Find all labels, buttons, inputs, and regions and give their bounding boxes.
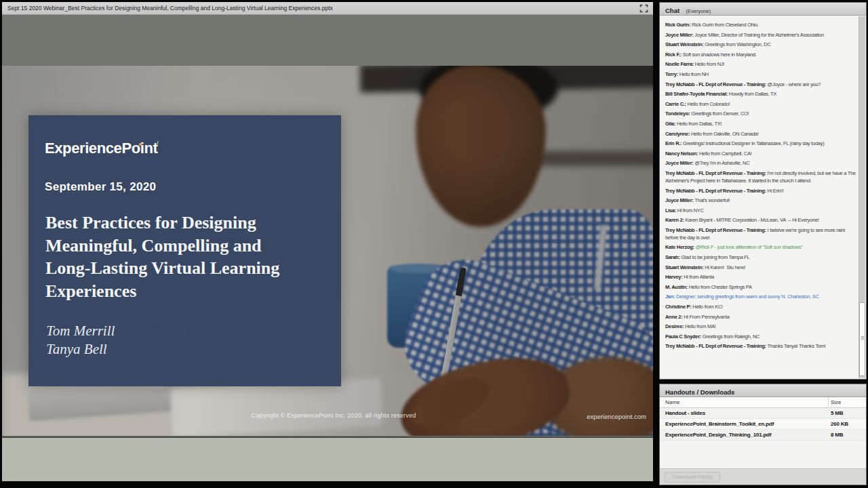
chat-message: Paula C Snyder: Greetings from Raleigh, … (665, 333, 856, 340)
chat-message-sender: Nancy Nelson: (665, 150, 699, 157)
chat-message-sender: Kate Herzog: (665, 244, 695, 250)
chat-message: Joyce Miller: @Trey I'm in Asheville, NC (665, 159, 856, 167)
chat-message-sender: Jan: (665, 293, 676, 300)
chat-message: Kate Herzog: @Rick F - just love alliter… (665, 243, 856, 251)
chat-message: Erin R.: Greetings! Instructional Design… (665, 140, 856, 147)
chat-message-text: Greetings from Denver, CO! (691, 110, 749, 117)
chat-message-sender: Carrie C.: (665, 101, 688, 107)
chat-message-sender: Karen 2: (665, 217, 685, 223)
chat-message: Rick F.: Soft sun shadows here in Maryla… (665, 51, 856, 58)
slide-panel: ExperiencePoint September 15, 2020 Best … (28, 115, 341, 386)
download-files-button[interactable]: Download File(s) (665, 472, 720, 483)
chat-message: Trey McNabb - FL Dept of Revenue - Train… (665, 342, 856, 350)
handout-file-size: 5 MB (831, 408, 843, 419)
chat-message-text: Greetings from Raleigh, NC (703, 333, 760, 340)
chat-message: Anne 2: Hi From Pennsylvania (665, 313, 856, 321)
logo-text: ExperiencePoint (45, 140, 157, 157)
chat-message: Christine P: Hello from KC! (665, 303, 856, 310)
chat-message-text: Greetings from Washington, DC (705, 41, 770, 47)
chat-message-text: Hello from Colorado! (688, 101, 730, 107)
chat-message: Lisa: Hi from NYC (665, 207, 856, 214)
handouts-panel: Handouts / Downloads Name Size Handout -… (659, 384, 867, 485)
chat-message-sender: Trey McNabb - FL Dept of Revenue - Train… (665, 188, 768, 194)
chat-message-text: Hello from Chester Springs PA (689, 284, 752, 290)
chat-message-sender: Carolynne: (665, 131, 691, 137)
chat-message: Trey McNabb - FL Dept of Revenue - Train… (665, 187, 856, 195)
chat-message: Joyce Miller: Joyce Miller, Director of … (665, 31, 856, 39)
chat-message: Karen 2: Karen Bryant - MITRE Corporatio… (665, 216, 856, 224)
chat-message-sender: Trey McNabb - FL Dept of Revenue - Train… (665, 81, 768, 87)
window-title: Sept 15 2020 Webinar_Best Practices for … (7, 5, 333, 12)
chat-message-text: Howdy from Dallas, TX (729, 91, 776, 97)
chat-message: Joyce Miller: That's wonderful! (665, 197, 856, 204)
chat-message-sender: Trey McNabb - FL Dept of Revenue - Train… (665, 343, 768, 349)
slide-title: Best Practices for Designing Meaningful,… (45, 211, 279, 302)
handout-file-row[interactable]: Handout - slides5 MB (660, 408, 866, 419)
chat-scope: (Everyone) (686, 8, 711, 14)
chat-message-text: Hi Erin!! (768, 188, 784, 194)
chat-message: Trey McNabb - FL Dept of Revenue - Train… (665, 169, 856, 184)
chat-message: Terry: Hello from NH (665, 70, 856, 78)
chat-message-sender: Joyce Miller: (665, 160, 694, 166)
chat-scrollbar-thumb[interactable] (859, 302, 865, 376)
chat-message: Stuart Weinstein: Greetings from Washing… (665, 41, 856, 48)
chat-message-sender: Trey McNabb - FL Dept of Revenue - Train… (665, 170, 768, 176)
chat-message-sender: Sarah: (665, 254, 681, 260)
column-divider (828, 397, 829, 407)
chat-message: Trey McNabb - FL Dept of Revenue - Train… (665, 81, 856, 88)
chat-message-text: Hello from MA! (685, 323, 715, 329)
presentation-margin-top (2, 15, 653, 66)
chat-message-sender: Stuart Weinstein: (665, 264, 705, 270)
slide-copyright: Copyright © ExperiencePoint Inc. 2020, a… (242, 412, 425, 419)
chat-message: Bill Shafer-Toyota Financial: Howdy from… (665, 90, 856, 98)
column-name: Name (660, 399, 679, 405)
chat-message: Tondeleyo: Greetings from Denver, CO! (665, 110, 856, 117)
presentation-margin-bottom (2, 436, 653, 481)
handouts-header: Handouts / Downloads (660, 384, 866, 397)
handout-file-size: 8 MB (831, 430, 843, 441)
chat-scrollbar[interactable] (859, 16, 865, 378)
chat-message-sender: Christine P: (665, 304, 692, 310)
logo-dot-icon (139, 143, 142, 146)
chat-panel: Chat (Everyone) Rick Gurin: RIck Gurin f… (659, 2, 867, 380)
slide-presenters: Tom Merrill Tanya Bell (46, 322, 115, 358)
handout-file-row[interactable]: ExperiencePoint_Brainstorm_Toolkit_en.pd… (660, 419, 866, 430)
chat-message-sender: Terry: (665, 71, 679, 77)
slide-website: experiencepoint.com (587, 413, 646, 420)
chat-message-sender: Joyce Miller: (665, 32, 694, 38)
chat-header: Chat (Everyone) (660, 3, 866, 16)
chat-message-text: Hi Karen! Stu here! (705, 264, 745, 270)
chat-message-sender: Stuart Weinstein: (665, 41, 705, 47)
chat-message-sender: Rick F.: (665, 52, 683, 58)
chat-message: M. Austin: Hello from Chester Springs PA (665, 283, 856, 291)
chat-message-sender: Anne 2: (665, 314, 684, 320)
chat-message: Harvey: Hi from Atlanta (665, 273, 856, 281)
chat-message-sender: Lisa: (665, 207, 677, 214)
chat-message-sender: M. Austin: (665, 284, 689, 290)
handouts-title: Handouts / Downloads (665, 388, 734, 396)
chat-message-text: Hi from NYC (677, 207, 704, 214)
chat-message-text: RIck Gurin from Cleveland Ohio. (692, 22, 759, 28)
chat-message-text: Hello from NH (679, 71, 709, 77)
column-size: Size (831, 397, 842, 408)
chat-message-sender: Desiree: (665, 323, 685, 329)
chat-message-text: Hi from Atlanta (684, 274, 714, 280)
handouts-footer: Download File(s) (660, 468, 866, 485)
chat-message-text: @Trey I'm in Asheville, NC (694, 160, 749, 166)
handouts-file-list: Handout - slides5 MBExperiencePoint_Brai… (660, 408, 866, 441)
chat-message-text: Thanks Tanya! Thanks Tom! (768, 343, 826, 349)
chat-message-sender: Harvey: (665, 274, 684, 280)
slide-photo: ExperiencePoint September 15, 2020 Best … (2, 66, 653, 436)
chat-message-text: Greetings! Instructional Designer in Tal… (683, 140, 824, 146)
chat-title: Chat (665, 7, 679, 14)
fullscreen-icon[interactable] (639, 4, 648, 13)
chat-message: Carolynne: Hello from Oakville, ON Canad… (665, 130, 856, 138)
chat-message-text: Soft sun shadows here in Maryland. (683, 52, 757, 58)
chat-message-text: Designer; sending greetings from warm an… (676, 293, 819, 300)
chat-message-text: Hello from Dallas, TX! (677, 121, 722, 127)
chat-message-text: Karen Bryant - MITRE Corporation - McLea… (685, 217, 818, 223)
chat-message-text: Hi From Pennsylvania (684, 314, 729, 320)
chat-message-sender: Tondeleyo: (665, 110, 691, 117)
chat-message: Desiree: Hello from MA! (665, 323, 856, 330)
handout-file-row[interactable]: ExperiencePoint_Design_Thinking_101.pdf8… (660, 430, 866, 441)
